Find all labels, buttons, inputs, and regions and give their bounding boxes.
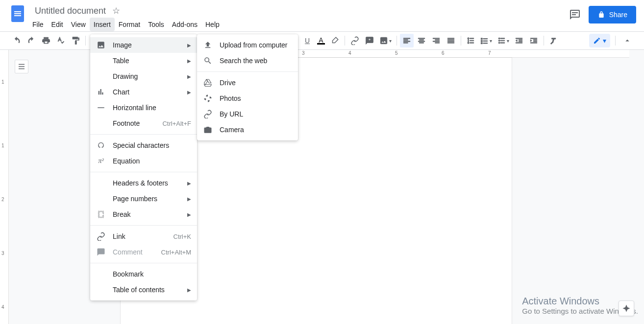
image-photos-item[interactable]: Photos bbox=[197, 91, 298, 106]
insert-table-item[interactable]: Table ▶ bbox=[90, 53, 197, 69]
ruler-mark: 6 bbox=[442, 50, 445, 56]
chevron-right-icon: ▶ bbox=[187, 58, 191, 64]
open-comments-button[interactable] bbox=[569, 9, 581, 21]
align-right-button[interactable] bbox=[429, 34, 443, 47]
line-spacing-icon bbox=[466, 36, 475, 45]
upload-icon bbox=[203, 40, 213, 50]
insert-bookmark-item[interactable]: Bookmark bbox=[90, 266, 197, 282]
image-search-web-item[interactable]: Search the web bbox=[197, 53, 298, 69]
undo-button[interactable] bbox=[10, 34, 24, 47]
menu-separator bbox=[197, 71, 298, 72]
explore-icon bbox=[622, 304, 631, 313]
ruler-mark: 1 bbox=[1, 79, 4, 85]
vertical-ruler: 1 1 2 3 4 bbox=[0, 50, 9, 324]
chevron-up-icon bbox=[623, 36, 632, 45]
align-center-icon bbox=[417, 36, 426, 45]
underline-button[interactable]: U bbox=[300, 34, 314, 47]
image-byurl-item[interactable]: By URL bbox=[197, 106, 298, 122]
document-outline-button[interactable] bbox=[15, 60, 28, 73]
insert-hline-item[interactable]: Horizontal line bbox=[90, 100, 197, 116]
bulleted-list-button[interactable]: ▾ bbox=[495, 34, 511, 47]
explore-button[interactable] bbox=[619, 301, 634, 316]
align-left-icon bbox=[402, 36, 411, 45]
insert-break-item[interactable]: Break ▶ bbox=[90, 207, 197, 222]
align-center-button[interactable] bbox=[415, 34, 428, 47]
menu-file[interactable]: File bbox=[28, 18, 48, 31]
insert-footnote-item[interactable]: Footnote Ctrl+Alt+F bbox=[90, 116, 197, 131]
menu-item-label: Drawing bbox=[113, 72, 180, 80]
print-icon bbox=[42, 36, 50, 45]
menu-item-label: Photos bbox=[220, 94, 292, 102]
menu-item-label: Comment bbox=[113, 248, 154, 256]
menu-help[interactable]: Help bbox=[201, 18, 223, 31]
image-upload-item[interactable]: Upload from computer bbox=[197, 37, 298, 53]
insert-image-button[interactable]: ▾ bbox=[377, 34, 394, 47]
break-icon bbox=[96, 209, 106, 219]
insert-page-numbers-item[interactable]: Page numbers ▶ bbox=[90, 191, 197, 207]
ruler-mark: 5 bbox=[395, 50, 398, 56]
image-submenu-dropdown: Upload from computer Search the web Driv… bbox=[197, 34, 298, 140]
decrease-indent-icon bbox=[515, 36, 523, 45]
drawing-icon bbox=[96, 71, 106, 81]
menu-item-label: Table of contents bbox=[113, 286, 180, 294]
text-color-button[interactable]: A bbox=[315, 34, 327, 47]
insert-toc-item[interactable]: Table of contents ▶ bbox=[90, 282, 197, 298]
menu-edit[interactable]: Edit bbox=[48, 18, 67, 31]
menubar: File Edit View Insert Format Tools Add-o… bbox=[28, 18, 569, 31]
menu-format[interactable]: Format bbox=[115, 18, 144, 31]
menu-item-shortcut: Ctrl+Alt+M bbox=[161, 249, 191, 256]
menu-addons[interactable]: Add-ons bbox=[168, 18, 201, 31]
paint-roller-icon bbox=[71, 36, 80, 45]
insert-chart-item[interactable]: Chart ▶ bbox=[90, 84, 197, 100]
insert-image-item[interactable]: Image ▶ bbox=[90, 37, 197, 53]
insert-menu-dropdown: Image ▶ Table ▶ Drawing ▶ Chart ▶ Horizo… bbox=[90, 34, 197, 301]
menu-item-label: Camera bbox=[220, 126, 292, 134]
image-camera-item[interactable]: Camera bbox=[197, 122, 298, 138]
image-drive-item[interactable]: Drive bbox=[197, 75, 298, 91]
align-left-button[interactable] bbox=[400, 34, 414, 47]
chevron-down-icon: ▾ bbox=[603, 37, 606, 45]
increase-indent-button[interactable] bbox=[527, 34, 541, 47]
toolbar-separator bbox=[461, 36, 461, 46]
table-icon bbox=[96, 56, 106, 66]
redo-button[interactable] bbox=[25, 34, 38, 47]
comment-icon bbox=[96, 247, 106, 257]
insert-link-button[interactable] bbox=[348, 34, 362, 47]
docs-logo[interactable] bbox=[8, 4, 27, 23]
menu-view[interactable]: View bbox=[67, 18, 90, 31]
menu-tools[interactable]: Tools bbox=[144, 18, 168, 31]
spellcheck-button[interactable] bbox=[54, 34, 68, 47]
image-icon bbox=[379, 36, 388, 45]
share-button[interactable]: Share bbox=[589, 6, 636, 23]
photos-icon bbox=[203, 93, 213, 103]
editing-mode-button[interactable]: ▾ bbox=[589, 34, 610, 47]
document-title[interactable]: Untitled document bbox=[31, 4, 109, 18]
insert-comment-button[interactable] bbox=[363, 34, 376, 47]
menu-insert[interactable]: Insert bbox=[90, 18, 115, 31]
menu-item-label: By URL bbox=[220, 110, 292, 118]
line-spacing-button[interactable] bbox=[464, 34, 477, 47]
link-icon bbox=[350, 36, 359, 45]
star-icon[interactable]: ☆ bbox=[112, 5, 120, 16]
insert-headers-footers-item[interactable]: Headers & footers ▶ bbox=[90, 175, 197, 191]
insert-link-item[interactable]: Link Ctrl+K bbox=[90, 229, 197, 244]
ruler-mark: 3 bbox=[302, 50, 305, 56]
menu-separator bbox=[90, 225, 197, 226]
insert-special-chars-item[interactable]: Special characters bbox=[90, 138, 197, 153]
clear-formatting-button[interactable] bbox=[547, 34, 561, 47]
checklist-button[interactable]: ▾ bbox=[478, 34, 494, 47]
align-justify-button[interactable] bbox=[444, 34, 458, 47]
insert-comment-item: Comment Ctrl+Alt+M bbox=[90, 244, 197, 260]
insert-equation-item[interactable]: π² Equation bbox=[90, 153, 197, 169]
menu-separator bbox=[90, 172, 197, 172]
menu-item-label: Equation bbox=[113, 157, 191, 165]
highlight-button[interactable] bbox=[328, 34, 342, 47]
decrease-indent-button[interactable] bbox=[512, 34, 526, 47]
toolbar-separator bbox=[345, 36, 345, 46]
collapse-toolbar-button[interactable] bbox=[620, 34, 634, 47]
paint-format-button[interactable] bbox=[69, 34, 82, 47]
print-button[interactable] bbox=[39, 34, 53, 47]
clear-formatting-icon bbox=[549, 36, 558, 45]
insert-drawing-item[interactable]: Drawing ▶ bbox=[90, 69, 197, 84]
bulleted-list-icon bbox=[497, 36, 506, 45]
